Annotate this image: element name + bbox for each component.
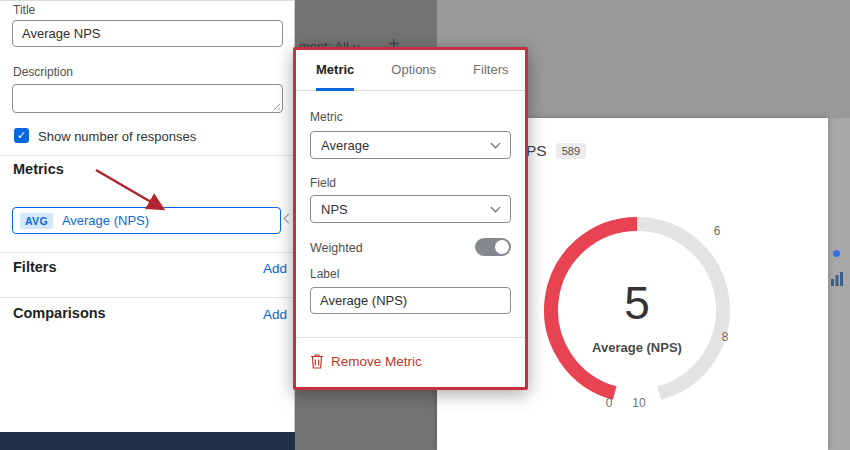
screen: ment: All + Average NPS 589 5 Average (N… (0, 0, 850, 450)
field-select-label: Field (310, 176, 336, 190)
field-select-value: NPS (321, 202, 348, 217)
metric-select-label: Metric (310, 110, 343, 124)
show-responses-label: Show number of responses (38, 129, 196, 144)
remove-metric-button[interactable]: Remove Metric (310, 353, 422, 369)
title-field-label: Title (13, 3, 35, 17)
popup-tabs: Metric Options Filters (296, 50, 525, 91)
metrics-heading: Metrics (13, 161, 64, 177)
add-filter-link[interactable]: Add (263, 261, 287, 276)
show-responses-checkbox[interactable]: ✓ (14, 128, 29, 143)
gauge-tick-0: 0 (599, 396, 619, 410)
gauge-center-label: Average (NPS) (547, 340, 727, 355)
remove-metric-label: Remove Metric (331, 354, 422, 369)
panel-footer-bar (0, 432, 295, 450)
field-select[interactable]: NPS (310, 195, 511, 223)
tab-options[interactable]: Options (391, 50, 436, 91)
weighted-toggle[interactable] (475, 238, 511, 256)
chevron-down-icon (491, 203, 501, 213)
gauge-center-value: 5 (577, 276, 697, 330)
chevron-down-icon (491, 139, 501, 149)
metric-chip-label: Average (NPS) (62, 213, 149, 228)
metric-chip[interactable]: AVG Average (NPS) (12, 207, 281, 234)
divider (0, 252, 295, 253)
gauge-tick-6: 6 (707, 224, 727, 238)
tab-filters[interactable]: Filters (473, 50, 508, 91)
metric-label-input[interactable] (310, 287, 511, 314)
filters-heading: Filters (13, 259, 57, 275)
gauge-tick-10: 10 (629, 396, 649, 410)
description-field-label: Description (13, 65, 73, 79)
label-field-label: Label (310, 267, 339, 281)
tab-metric[interactable]: Metric (316, 50, 354, 91)
mini-chart-icon (831, 272, 843, 290)
widget-edit-panel: Title Description ✓ Show number of respo… (0, 0, 295, 450)
toggle-knob (495, 240, 509, 254)
add-comparison-link[interactable]: Add (263, 307, 287, 322)
metric-editor-popup: Metric Options Filters Metric Average Fi… (293, 47, 528, 390)
panel-collapse-chevron-icon[interactable] (284, 214, 294, 224)
check-icon: ✓ (17, 129, 26, 141)
gauge-tick-8: 8 (715, 330, 735, 344)
resize-handle-icon[interactable] (271, 101, 280, 110)
divider (0, 155, 295, 156)
metric-type-badge: AVG (20, 213, 53, 229)
response-count-badge: 589 (556, 143, 586, 159)
metric-select-value: Average (321, 138, 369, 153)
divider (296, 337, 525, 338)
legend-dot (833, 250, 840, 257)
divider (0, 297, 295, 298)
comparisons-heading: Comparisons (13, 305, 106, 321)
description-input[interactable] (12, 84, 283, 113)
weighted-label: Weighted (310, 241, 363, 255)
metric-select[interactable]: Average (310, 131, 511, 159)
title-input[interactable] (12, 20, 283, 47)
trash-icon (310, 353, 324, 369)
